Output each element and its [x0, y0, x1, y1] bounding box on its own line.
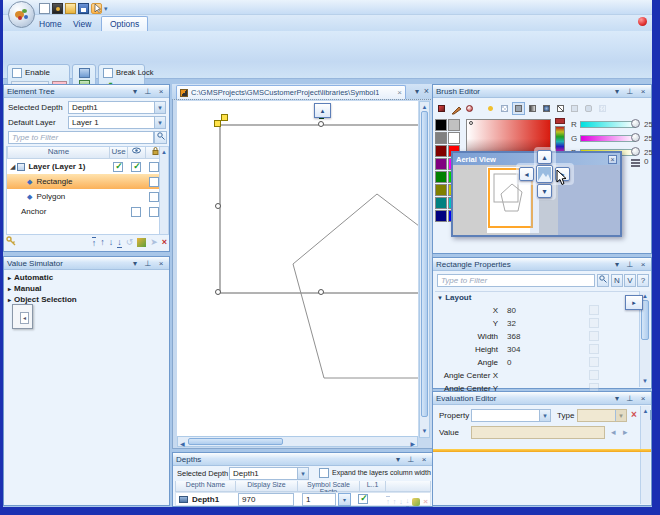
palette-swatch[interactable] — [448, 119, 460, 131]
panel-title-bar[interactable]: Element Tree ▾⊥× — [4, 85, 169, 98]
default-layer-combo[interactable]: Layer 1▾ — [68, 116, 166, 129]
pointer-tool-icon[interactable] — [91, 3, 102, 14]
collapse-icon[interactable]: ▼ — [437, 295, 443, 301]
scale-dropdown-button[interactable]: ▾ — [338, 493, 351, 506]
palette-swatch[interactable] — [435, 145, 447, 157]
bind-checkbox[interactable] — [589, 318, 599, 328]
add-depth-icon[interactable] — [412, 498, 420, 506]
resize-handle[interactable] — [215, 203, 221, 209]
chevron-down-icon[interactable]: ▾ — [539, 410, 550, 421]
palette-swatch[interactable] — [435, 119, 447, 131]
property-row[interactable]: Angle Center X — [433, 369, 637, 382]
tab-options[interactable]: Options — [101, 16, 148, 31]
horizontal-scrollbar[interactable]: ◀ ▶ — [177, 436, 418, 447]
names-button[interactable]: N — [611, 274, 623, 287]
depths-header[interactable]: Depth Name Display Size Symbol Scale Fac… — [175, 481, 431, 492]
document-tab[interactable]: C:\GMSProjects\GMSCustomerProject\librar… — [176, 85, 406, 99]
open-folder-icon[interactable] — [65, 3, 76, 14]
new-document-icon[interactable] — [39, 3, 50, 14]
more-commands-icon[interactable]: ▾ — [104, 5, 108, 13]
pattern-icon[interactable] — [596, 102, 609, 115]
bind-checkbox[interactable] — [589, 357, 599, 367]
close-icon[interactable]: × — [156, 87, 166, 97]
help-icon[interactable] — [638, 17, 647, 26]
tree-row-polygon[interactable]: ◆ Polygon — [7, 189, 168, 204]
tree-header[interactable]: Name Use — [7, 147, 168, 159]
rotate-origin-handle[interactable] — [214, 120, 221, 127]
slider-thumb[interactable] — [631, 147, 640, 156]
lock-checkbox[interactable] — [149, 162, 159, 172]
prev-icon[interactable]: ◂ — [611, 427, 616, 437]
bind-checkbox[interactable] — [589, 331, 599, 341]
property-row[interactable]: Angle0 — [433, 356, 637, 369]
palette-swatch[interactable] — [435, 132, 447, 144]
gradient-ball-icon[interactable] — [463, 102, 476, 115]
close-icon[interactable]: × — [156, 259, 166, 269]
scroll-down-icon[interactable]: ▼ — [640, 376, 650, 386]
pan-up-button[interactable]: ▴ — [537, 150, 552, 164]
tab-home[interactable]: Home — [31, 17, 70, 31]
tree-row-rectangle[interactable]: ◆ Rectangle — [7, 174, 168, 189]
tree-row-layer[interactable]: ◢ Layer (Layer 1) — [7, 159, 168, 174]
next-icon[interactable]: ▸ — [623, 427, 628, 437]
use-checkbox[interactable] — [113, 162, 123, 172]
save-icon[interactable] — [78, 3, 89, 14]
properties-filter-input[interactable] — [437, 274, 595, 287]
center-view-button[interactable] — [536, 165, 553, 183]
vertical-scrollbar[interactable]: ▲ ▼ — [419, 101, 430, 438]
eye-icon[interactable] — [128, 147, 146, 158]
tab-list-icon[interactable]: ▾ — [415, 87, 419, 96]
pin-icon[interactable]: ⊥ — [143, 87, 153, 97]
close-icon[interactable]: × — [638, 260, 648, 270]
no-fill-icon[interactable] — [498, 102, 511, 115]
palette-swatch[interactable] — [435, 210, 447, 222]
chevron-down-icon[interactable]: ▾ — [154, 102, 165, 113]
collapse-popup-button[interactable]: ▴ — [314, 103, 331, 118]
advanced-gradient-icon[interactable] — [540, 102, 553, 115]
property-row[interactable]: Height304 — [433, 343, 637, 356]
section-automatic[interactable]: ▸Automatic — [4, 272, 169, 283]
tree-filter-input[interactable] — [8, 131, 154, 144]
key-icon[interactable] — [6, 236, 16, 248]
help-button[interactable]: ? — [637, 274, 649, 287]
pan-down-button[interactable]: ▾ — [537, 184, 552, 198]
menu-icon[interactable]: ▾ — [612, 394, 622, 404]
application-menu-button[interactable] — [8, 1, 35, 28]
lock-checkbox[interactable] — [149, 177, 159, 187]
property-row[interactable]: Width368 — [433, 330, 637, 343]
pan-left-button[interactable]: ◂ — [519, 167, 534, 181]
delete-icon[interactable]: × — [162, 237, 167, 247]
lock-checkbox[interactable] — [149, 192, 159, 202]
visible-checkbox[interactable] — [131, 207, 141, 217]
panel-title-bar[interactable]: Rectangle Properties ▾⊥× — [433, 258, 651, 271]
tree-row-anchor[interactable]: Anchor — [7, 204, 168, 219]
close-icon[interactable]: × — [638, 87, 648, 97]
alpha-field[interactable]: 0 — [641, 156, 651, 168]
bind-checkbox[interactable] — [589, 344, 599, 354]
move-bottom-icon[interactable]: ↓ — [117, 237, 122, 248]
scrollbar-thumb[interactable] — [421, 111, 428, 417]
eval-scrollbar[interactable]: ▲ — [640, 406, 650, 504]
display-size-field[interactable]: 970 — [238, 493, 294, 506]
menu-icon[interactable]: ▾ — [393, 455, 403, 465]
move-up-icon[interactable]: ↑ — [100, 237, 105, 247]
close-icon[interactable]: × — [419, 455, 429, 465]
expander-icon[interactable]: ◢ — [10, 163, 15, 171]
save-layout-icon[interactable] — [79, 68, 90, 78]
solid-fill-icon[interactable] — [512, 102, 525, 115]
rotate-icon[interactable]: ↺ — [126, 237, 134, 247]
palette-swatch[interactable] — [435, 184, 447, 196]
resize-handle[interactable] — [318, 121, 324, 127]
slideout-button[interactable]: ▸ — [625, 295, 643, 310]
pin-icon[interactable]: ⊥ — [406, 455, 416, 465]
selected-depth-combo[interactable]: Depth1▾ — [229, 467, 309, 480]
column-name[interactable]: Name — [8, 147, 110, 158]
delete-icon[interactable]: × — [423, 497, 428, 506]
none-fill-icon[interactable] — [554, 102, 567, 115]
scroll-right-icon[interactable]: ▶ — [410, 439, 415, 449]
menu-icon[interactable]: ▾ — [130, 259, 140, 269]
move-down-icon[interactable]: ↓ — [399, 497, 403, 507]
resize-handle[interactable] — [318, 289, 324, 295]
brush-icon[interactable] — [435, 102, 448, 115]
scroll-left-icon[interactable]: ◀ — [180, 439, 185, 449]
